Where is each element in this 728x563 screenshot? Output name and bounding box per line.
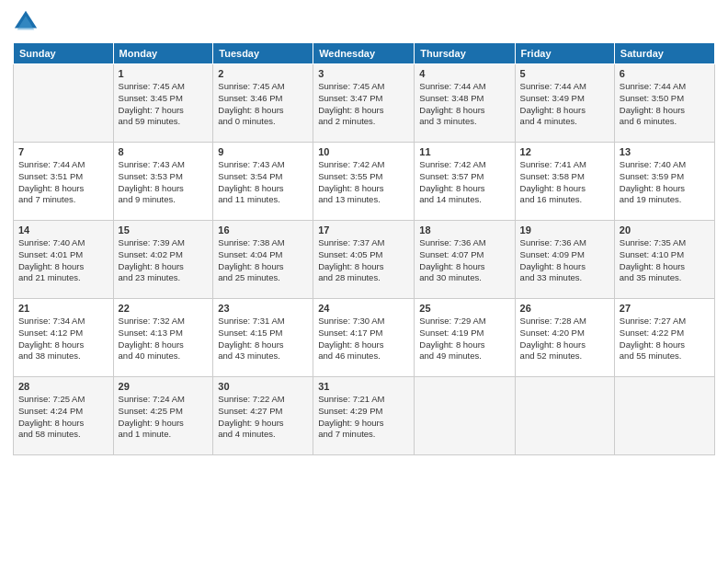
day-number: 23 (218, 303, 308, 314)
calendar-cell: 13Sunrise: 7:40 AMSunset: 3:59 PMDayligh… (614, 143, 714, 221)
header-day-sunday: Sunday (14, 43, 114, 64)
day-number: 17 (318, 224, 409, 236)
day-number: 7 (18, 146, 108, 157)
week-row-3: 21Sunrise: 7:34 AMSunset: 4:12 PMDayligh… (14, 299, 715, 377)
day-details: Sunrise: 7:37 AMSunset: 4:05 PMDaylight:… (318, 237, 409, 284)
day-details: Sunrise: 7:44 AMSunset: 3:49 PMDaylight:… (520, 81, 609, 128)
page: SundayMondayTuesdayWednesdayThursdayFrid… (0, 0, 728, 563)
header-row: SundayMondayTuesdayWednesdayThursdayFrid… (14, 43, 715, 64)
header-day-thursday: Thursday (415, 43, 515, 64)
calendar-cell: 15Sunrise: 7:39 AMSunset: 4:02 PMDayligh… (113, 221, 213, 299)
week-row-2: 14Sunrise: 7:40 AMSunset: 4:01 PMDayligh… (14, 221, 715, 299)
calendar-cell: 12Sunrise: 7:41 AMSunset: 3:58 PMDayligh… (515, 143, 614, 221)
day-details: Sunrise: 7:40 AMSunset: 4:01 PMDaylight:… (18, 237, 108, 284)
calendar-cell: 20Sunrise: 7:35 AMSunset: 4:10 PMDayligh… (614, 221, 714, 299)
day-number: 19 (520, 224, 609, 236)
calendar-body: 1Sunrise: 7:45 AMSunset: 3:45 PMDaylight… (14, 64, 715, 455)
day-number: 28 (18, 381, 108, 392)
day-number: 27 (620, 303, 710, 314)
calendar-cell: 28Sunrise: 7:25 AMSunset: 4:24 PMDayligh… (14, 377, 114, 455)
logo (13, 9, 42, 35)
day-details: Sunrise: 7:24 AMSunset: 4:25 PMDaylight:… (119, 394, 209, 441)
calendar-table: SundayMondayTuesdayWednesdayThursdayFrid… (13, 42, 715, 455)
day-number: 3 (318, 68, 409, 79)
day-details: Sunrise: 7:22 AMSunset: 4:27 PMDaylight:… (218, 394, 308, 441)
day-number: 30 (218, 381, 308, 392)
day-number: 10 (318, 146, 409, 157)
calendar-cell: 22Sunrise: 7:32 AMSunset: 4:13 PMDayligh… (113, 299, 213, 377)
calendar-cell: 25Sunrise: 7:29 AMSunset: 4:19 PMDayligh… (415, 299, 515, 377)
week-row-4: 28Sunrise: 7:25 AMSunset: 4:24 PMDayligh… (14, 377, 715, 455)
header (13, 9, 715, 35)
day-details: Sunrise: 7:25 AMSunset: 4:24 PMDaylight:… (18, 394, 108, 441)
day-number: 2 (218, 68, 308, 79)
day-details: Sunrise: 7:43 AMSunset: 3:54 PMDaylight:… (218, 159, 308, 206)
header-day-saturday: Saturday (614, 43, 714, 64)
day-number: 25 (419, 303, 509, 314)
calendar-cell: 30Sunrise: 7:22 AMSunset: 4:27 PMDayligh… (213, 377, 313, 455)
day-details: Sunrise: 7:39 AMSunset: 4:02 PMDaylight:… (119, 237, 209, 284)
day-details: Sunrise: 7:30 AMSunset: 4:17 PMDaylight:… (318, 316, 409, 362)
calendar-cell: 16Sunrise: 7:38 AMSunset: 4:04 PMDayligh… (213, 221, 313, 299)
day-details: Sunrise: 7:32 AMSunset: 4:13 PMDaylight:… (119, 316, 209, 362)
calendar-cell: 1Sunrise: 7:45 AMSunset: 3:45 PMDaylight… (113, 64, 213, 143)
day-number: 15 (119, 224, 209, 236)
day-number: 18 (419, 224, 509, 236)
day-number: 8 (119, 146, 209, 157)
calendar-cell: 3Sunrise: 7:45 AMSunset: 3:47 PMDaylight… (313, 64, 415, 143)
calendar-cell: 9Sunrise: 7:43 AMSunset: 3:54 PMDaylight… (213, 143, 313, 221)
day-number: 13 (620, 146, 710, 157)
day-number: 22 (119, 303, 209, 314)
day-details: Sunrise: 7:45 AMSunset: 3:45 PMDaylight:… (119, 81, 209, 128)
day-number: 24 (318, 303, 409, 314)
day-details: Sunrise: 7:44 AMSunset: 3:51 PMDaylight:… (18, 159, 108, 206)
day-details: Sunrise: 7:45 AMSunset: 3:47 PMDaylight:… (318, 81, 409, 128)
header-day-friday: Friday (515, 43, 614, 64)
calendar-cell: 24Sunrise: 7:30 AMSunset: 4:17 PMDayligh… (313, 299, 415, 377)
calendar-cell (614, 377, 714, 455)
calendar-cell: 19Sunrise: 7:36 AMSunset: 4:09 PMDayligh… (515, 221, 614, 299)
header-day-tuesday: Tuesday (213, 43, 313, 64)
day-details: Sunrise: 7:29 AMSunset: 4:19 PMDaylight:… (419, 316, 509, 362)
day-details: Sunrise: 7:27 AMSunset: 4:22 PMDaylight:… (620, 316, 710, 362)
day-number: 31 (318, 381, 409, 392)
calendar-cell: 29Sunrise: 7:24 AMSunset: 4:25 PMDayligh… (113, 377, 213, 455)
week-row-0: 1Sunrise: 7:45 AMSunset: 3:45 PMDaylight… (14, 64, 715, 143)
day-number: 12 (520, 146, 609, 157)
calendar-cell: 6Sunrise: 7:44 AMSunset: 3:50 PMDaylight… (614, 64, 714, 143)
day-details: Sunrise: 7:43 AMSunset: 3:53 PMDaylight:… (119, 159, 209, 206)
day-details: Sunrise: 7:41 AMSunset: 3:58 PMDaylight:… (520, 159, 609, 206)
calendar-cell: 31Sunrise: 7:21 AMSunset: 4:29 PMDayligh… (313, 377, 415, 455)
day-details: Sunrise: 7:28 AMSunset: 4:20 PMDaylight:… (520, 316, 609, 362)
header-day-monday: Monday (113, 43, 213, 64)
day-number: 29 (119, 381, 209, 392)
day-number: 14 (18, 224, 108, 236)
day-details: Sunrise: 7:21 AMSunset: 4:29 PMDaylight:… (318, 394, 409, 441)
header-day-wednesday: Wednesday (313, 43, 415, 64)
day-number: 9 (218, 146, 308, 157)
calendar-cell: 27Sunrise: 7:27 AMSunset: 4:22 PMDayligh… (614, 299, 714, 377)
day-number: 1 (119, 68, 209, 79)
day-details: Sunrise: 7:44 AMSunset: 3:50 PMDaylight:… (620, 81, 710, 128)
calendar-cell: 10Sunrise: 7:42 AMSunset: 3:55 PMDayligh… (313, 143, 415, 221)
week-row-1: 7Sunrise: 7:44 AMSunset: 3:51 PMDaylight… (14, 143, 715, 221)
logo-icon (13, 9, 39, 35)
day-details: Sunrise: 7:44 AMSunset: 3:48 PMDaylight:… (419, 81, 509, 128)
calendar-cell: 17Sunrise: 7:37 AMSunset: 4:05 PMDayligh… (313, 221, 415, 299)
calendar-cell: 26Sunrise: 7:28 AMSunset: 4:20 PMDayligh… (515, 299, 614, 377)
day-details: Sunrise: 7:34 AMSunset: 4:12 PMDaylight:… (18, 316, 108, 362)
calendar-header: SundayMondayTuesdayWednesdayThursdayFrid… (14, 43, 715, 64)
calendar-cell (14, 64, 114, 143)
day-number: 11 (419, 146, 509, 157)
day-details: Sunrise: 7:38 AMSunset: 4:04 PMDaylight:… (218, 237, 308, 284)
day-number: 16 (218, 224, 308, 236)
day-number: 20 (620, 224, 710, 236)
calendar-cell: 11Sunrise: 7:42 AMSunset: 3:57 PMDayligh… (415, 143, 515, 221)
day-number: 26 (520, 303, 609, 314)
day-number: 21 (18, 303, 108, 314)
calendar-cell: 23Sunrise: 7:31 AMSunset: 4:15 PMDayligh… (213, 299, 313, 377)
day-details: Sunrise: 7:31 AMSunset: 4:15 PMDaylight:… (218, 316, 308, 362)
calendar-cell: 4Sunrise: 7:44 AMSunset: 3:48 PMDaylight… (415, 64, 515, 143)
day-details: Sunrise: 7:40 AMSunset: 3:59 PMDaylight:… (620, 159, 710, 206)
day-number: 5 (520, 68, 609, 79)
